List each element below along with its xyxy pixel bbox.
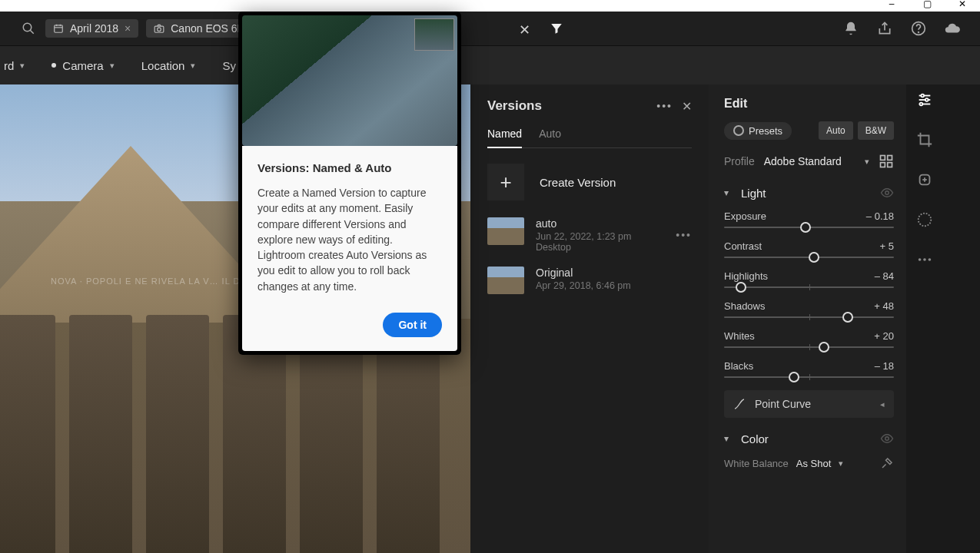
tutorial-popover: Versions: Named & Auto Create a Named Ve…: [238, 12, 461, 355]
visibility-toggle-icon[interactable]: [880, 186, 894, 200]
cloud-sync-icon[interactable]: [944, 20, 961, 37]
slider-track[interactable]: [724, 227, 894, 228]
edit-panel: Edit Presets Auto B&W Profile Adobe Stan…: [709, 84, 943, 553]
profile-dropdown[interactable]: Adobe Standard: [764, 155, 855, 167]
version-date: Jun 22, 2022, 1:23 pm: [536, 231, 664, 242]
clear-all-filters-icon[interactable]: ✕: [519, 22, 533, 35]
secondary-filter-bar: rd ▾ Camera ▾ Location ▾ Sy: [0, 46, 980, 84]
filterbar-item-location[interactable]: Location ▾: [141, 59, 196, 72]
filterbar-item-camera[interactable]: Camera ▾: [51, 59, 114, 72]
chevron-down-icon[interactable]: ▾: [724, 433, 733, 444]
presets-icon: [733, 125, 744, 136]
chevron-down-icon: ▾: [20, 61, 25, 71]
window-titlebar: – ▢ ✕: [0, 0, 980, 12]
curve-icon: [733, 398, 746, 410]
slider-value: + 5: [880, 240, 894, 252]
plus-icon: +: [487, 164, 524, 200]
svg-rect-10: [881, 156, 885, 161]
svg-line-1: [30, 30, 34, 34]
notifications-icon[interactable]: [842, 20, 859, 37]
svg-point-21: [920, 103, 923, 106]
slider-thumb[interactable]: [842, 312, 853, 323]
svg-point-27: [923, 258, 926, 261]
slider-track[interactable]: [724, 376, 894, 378]
slider-row: Highlights – 84: [724, 270, 894, 288]
svg-point-7: [158, 28, 161, 31]
light-section: ▾ Light Exposure – 0.18 Contrast + 5 Hig…: [724, 186, 894, 378]
visibility-toggle-icon[interactable]: [880, 432, 894, 445]
tab-auto[interactable]: Auto: [539, 127, 561, 140]
slider-value: + 20: [874, 330, 894, 342]
slider-track[interactable]: [724, 286, 894, 288]
svg-point-0: [23, 23, 32, 31]
slider-thumb[interactable]: [736, 282, 746, 293]
svg-point-14: [885, 191, 889, 195]
slider-track[interactable]: [724, 346, 894, 348]
window-minimize-button[interactable]: –: [874, 0, 909, 12]
tab-named[interactable]: Named: [487, 127, 522, 140]
chevron-down-icon: ▾: [191, 61, 195, 71]
slider-label: Contrast: [724, 240, 762, 252]
eyedropper-icon[interactable]: [880, 456, 894, 470]
window-maximize-button[interactable]: ▢: [909, 0, 945, 12]
svg-rect-12: [881, 163, 885, 167]
calendar-icon: [53, 23, 64, 34]
version-thumbnail: [487, 267, 524, 294]
create-version-label: Create Version: [540, 176, 616, 189]
slider-thumb[interactable]: [800, 222, 811, 233]
version-item[interactable]: Original Apr 29, 2018, 6:46 pm: [487, 267, 692, 294]
healing-tool-icon[interactable]: [914, 169, 935, 190]
filter-pill-date-clear-icon[interactable]: ×: [125, 22, 131, 35]
slider-label: Blacks: [724, 360, 753, 372]
versions-panel-title: Versions: [487, 98, 656, 114]
filter-funnel-icon[interactable]: [550, 22, 563, 35]
bw-button[interactable]: B&W: [858, 121, 894, 140]
color-section: ▾ Color White Balance As Shot ▾: [724, 432, 894, 470]
create-version-button[interactable]: + Create Version: [487, 164, 692, 200]
slider-label: Highlights: [724, 270, 768, 282]
version-item[interactable]: auto Jun 22, 2022, 1:23 pm Desktop •••: [487, 217, 692, 253]
filter-pill-date-label: April 2018: [70, 22, 118, 35]
chevron-down-icon: ▾: [865, 157, 869, 167]
svg-point-15: [885, 437, 889, 441]
edit-sliders-tool-icon[interactable]: [914, 89, 935, 111]
chevron-down-icon: ▾: [110, 61, 115, 71]
svg-point-9: [919, 32, 919, 33]
masking-tool-icon[interactable]: [914, 209, 935, 230]
slider-track[interactable]: [724, 257, 894, 258]
filterbar-item-truncated[interactable]: rd ▾: [4, 59, 25, 72]
help-icon[interactable]: [910, 20, 927, 37]
filter-pill-date[interactable]: April 2018 ×: [45, 19, 138, 38]
search-icon[interactable]: [19, 19, 38, 38]
window-close-button[interactable]: ✕: [945, 0, 980, 12]
white-balance-dropdown[interactable]: As Shot: [796, 458, 832, 469]
active-dot-icon: [51, 63, 56, 68]
share-icon[interactable]: [876, 20, 893, 37]
auto-button[interactable]: Auto: [819, 121, 853, 140]
crop-tool-icon[interactable]: [914, 129, 935, 151]
version-device: Desktop: [536, 242, 664, 253]
camera-icon: [154, 23, 164, 34]
presets-button[interactable]: Presets: [724, 122, 792, 140]
versions-panel-more-icon[interactable]: •••: [656, 100, 673, 112]
slider-row: Contrast + 5: [724, 240, 894, 258]
popover-hero-image: [242, 15, 457, 146]
slider-row: Exposure – 0.18: [724, 210, 894, 228]
slider-thumb[interactable]: [789, 372, 799, 382]
right-tool-strip: [906, 84, 943, 553]
white-balance-label: White Balance: [724, 458, 789, 469]
slider-thumb[interactable]: [809, 252, 819, 263]
chevron-down-icon[interactable]: ▾: [724, 187, 733, 198]
slider-track[interactable]: [724, 316, 894, 318]
slider-row: Shadows + 48: [724, 300, 894, 318]
version-name: auto: [536, 217, 664, 230]
profile-label: Profile: [724, 155, 755, 167]
versions-panel-close-icon[interactable]: ✕: [682, 99, 692, 114]
point-curve-button[interactable]: Point Curve ◂: [724, 390, 894, 418]
profile-browser-icon[interactable]: [879, 154, 894, 169]
filterbar-item-sync[interactable]: Sy: [222, 59, 236, 72]
more-tools-icon[interactable]: [914, 249, 935, 270]
slider-thumb[interactable]: [819, 342, 829, 353]
got-it-button[interactable]: Got it: [383, 313, 442, 337]
version-item-more-icon[interactable]: •••: [676, 229, 692, 241]
